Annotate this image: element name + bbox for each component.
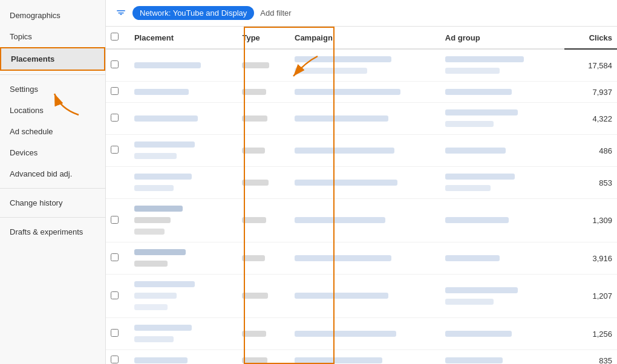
sidebar-item-demographics[interactable]: Demographics — [0, 5, 105, 26]
header-adgroup[interactable]: Ad group — [440, 27, 565, 49]
sidebar-settings-label: Settings — [10, 85, 38, 94]
table-row: 1,309 — [106, 199, 617, 242]
sidebar-demographics-label: Demographics — [10, 11, 60, 20]
clicks-value: 1,256 — [592, 330, 612, 339]
row-checkbox[interactable] — [111, 291, 119, 299]
sidebar-item-adschedule[interactable]: Ad schedule — [0, 121, 105, 142]
row-checkbox[interactable] — [111, 146, 119, 154]
row-checkbox[interactable] — [111, 253, 119, 261]
sidebar-item-locations[interactable]: Locations — [0, 100, 105, 121]
network-filter-chip[interactable]: Network: YouTube and Display — [132, 6, 254, 20]
table-row: 486 — [106, 135, 617, 167]
clicks-header-label: Clicks — [589, 33, 612, 42]
filter-icon — [116, 7, 126, 20]
adgroup-header-label: Ad group — [445, 33, 480, 42]
clicks-value: 835 — [599, 356, 612, 365]
clicks-value: 1,207 — [592, 291, 612, 301]
sidebar-divider-1 — [0, 74, 105, 75]
table-row: 3,916 — [106, 242, 617, 275]
sidebar-advancedbid-label: Advanced bid adj. — [10, 169, 72, 178]
row-checkbox[interactable] — [111, 216, 119, 224]
table-row: 1,256 — [106, 318, 617, 350]
sidebar-drafts-label: Drafts & experiments — [10, 227, 83, 236]
table-header-row: Placement Type Campaign Ad group Clicks — [106, 27, 617, 49]
sidebar-item-devices[interactable]: Devices — [0, 142, 105, 163]
sidebar-adschedule-label: Ad schedule — [10, 127, 53, 136]
sidebar-item-changehistory[interactable]: Change history — [0, 192, 105, 213]
clicks-value: 3,916 — [592, 254, 612, 263]
table-row: 835 — [106, 350, 617, 365]
sidebar: Demographics Topics Placements Settings … — [0, 0, 106, 364]
table-row: 1,207 — [106, 275, 617, 318]
clicks-value: 7,937 — [592, 88, 612, 97]
row-checkbox[interactable] — [111, 60, 119, 68]
sidebar-divider-2 — [0, 188, 105, 189]
clicks-value: 17,584 — [588, 61, 612, 70]
sidebar-item-topics[interactable]: Topics — [0, 26, 105, 47]
table-row: 7,937 — [106, 82, 617, 103]
sidebar-devices-label: Devices — [10, 148, 38, 157]
row-checkbox[interactable] — [111, 87, 119, 95]
campaign-header-label: Campaign — [295, 33, 333, 42]
header-campaign[interactable]: Campaign — [290, 27, 440, 49]
header-placement[interactable]: Placement — [129, 27, 238, 49]
sidebar-changehistory-label: Change history — [10, 198, 62, 207]
select-all-checkbox[interactable] — [111, 33, 119, 41]
placements-table: Placement Type Campaign Ad group Clicks — [106, 27, 617, 364]
header-checkbox-col — [106, 27, 129, 49]
row-checkbox[interactable] — [111, 356, 119, 363]
sidebar-divider-3 — [0, 217, 105, 218]
sidebar-item-advancedbid[interactable]: Advanced bid adj. — [0, 163, 105, 184]
clicks-value: 1,309 — [592, 216, 612, 225]
sidebar-item-drafts[interactable]: Drafts & experiments — [0, 221, 105, 242]
table-container: Placement Type Campaign Ad group Clicks — [106, 27, 617, 364]
row-checkbox[interactable] — [111, 114, 119, 122]
header-clicks[interactable]: Clicks — [564, 27, 617, 49]
sidebar-item-settings[interactable]: Settings — [0, 79, 105, 100]
add-filter-button[interactable]: Add filter — [260, 8, 291, 18]
filter-bar: Network: YouTube and Display Add filter — [106, 0, 617, 27]
sidebar-locations-label: Locations — [10, 106, 44, 115]
sidebar-placements-label: Placements — [11, 54, 54, 63]
sidebar-item-placements[interactable]: Placements — [0, 47, 105, 71]
table-row: 17,584 — [106, 49, 617, 82]
main-content: Network: YouTube and Display Add filter — [106, 0, 617, 364]
type-header-label: Type — [242, 33, 260, 42]
sidebar-topics-label: Topics — [10, 32, 32, 41]
placement-header-label: Placement — [134, 33, 174, 42]
row-checkbox[interactable] — [111, 329, 119, 337]
filter-chip-label: Network: YouTube and Display — [140, 8, 247, 18]
add-filter-label: Add filter — [260, 8, 291, 18]
table-row: 853 — [106, 167, 617, 199]
clicks-value: 486 — [599, 146, 612, 155]
header-type[interactable]: Type — [237, 27, 290, 49]
clicks-value: 853 — [599, 178, 612, 187]
table-row: 4,322 — [106, 103, 617, 135]
clicks-value: 4,322 — [592, 114, 612, 123]
